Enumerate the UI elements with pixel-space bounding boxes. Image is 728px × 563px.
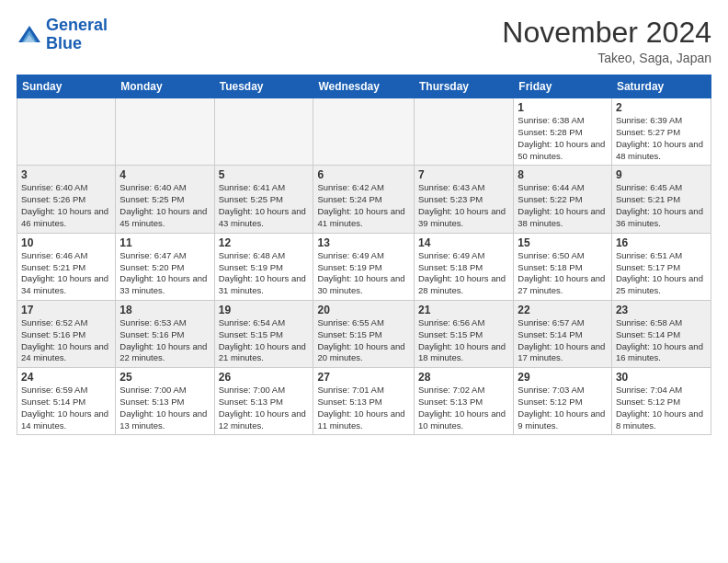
calendar-cell: 9Sunrise: 6:45 AM Sunset: 5:21 PM Daylig…: [611, 166, 711, 233]
logo-line2: Blue: [46, 34, 82, 52]
day-info: Sunrise: 6:40 AM Sunset: 5:25 PM Dayligh…: [119, 182, 210, 229]
day-number: 3: [21, 168, 111, 181]
day-number: 19: [219, 304, 310, 316]
calendar-cell: 26Sunrise: 7:00 AM Sunset: 5:13 PM Dayli…: [214, 368, 313, 435]
calendar-row: 1Sunrise: 6:38 AM Sunset: 5:28 PM Daylig…: [17, 98, 711, 166]
logo-text: General Blue: [46, 17, 108, 53]
location: Takeo, Saga, Japan: [502, 51, 711, 65]
calendar-cell: 12Sunrise: 6:48 AM Sunset: 5:19 PM Dayli…: [214, 233, 313, 300]
calendar-cell: [116, 98, 214, 166]
calendar-cell: [415, 98, 514, 166]
day-info: Sunrise: 7:03 AM Sunset: 5:12 PM Dayligh…: [518, 385, 608, 431]
calendar-cell: 18Sunrise: 6:53 AM Sunset: 5:16 PM Dayli…: [116, 300, 214, 367]
day-info: Sunrise: 6:56 AM Sunset: 5:15 PM Dayligh…: [418, 317, 509, 364]
calendar-cell: 22Sunrise: 6:57 AM Sunset: 5:14 PM Dayli…: [514, 300, 612, 367]
day-header: Monday: [116, 75, 214, 98]
calendar-cell: 25Sunrise: 7:00 AM Sunset: 5:13 PM Dayli…: [116, 368, 214, 435]
page: General Blue November 2024 Takeo, Saga, …: [0, 0, 728, 563]
day-number: 14: [418, 236, 509, 249]
day-info: Sunrise: 6:39 AM Sunset: 5:27 PM Dayligh…: [616, 115, 707, 162]
calendar-cell: 4Sunrise: 6:40 AM Sunset: 5:25 PM Daylig…: [116, 166, 214, 233]
calendar-cell: 29Sunrise: 7:03 AM Sunset: 5:12 PM Dayli…: [514, 368, 612, 435]
calendar-cell: 13Sunrise: 6:49 AM Sunset: 5:19 PM Dayli…: [313, 233, 415, 300]
calendar-cell: 28Sunrise: 7:02 AM Sunset: 5:13 PM Dayli…: [415, 368, 514, 435]
day-number: 16: [616, 236, 707, 249]
calendar: SundayMondayTuesdayWednesdayThursdayFrid…: [17, 75, 711, 435]
day-info: Sunrise: 6:47 AM Sunset: 5:20 PM Dayligh…: [119, 250, 210, 297]
day-number: 2: [616, 101, 707, 114]
calendar-cell: 24Sunrise: 6:59 AM Sunset: 5:14 PM Dayli…: [17, 368, 116, 435]
day-info: Sunrise: 6:40 AM Sunset: 5:26 PM Dayligh…: [21, 182, 111, 229]
day-info: Sunrise: 6:51 AM Sunset: 5:17 PM Dayligh…: [616, 250, 707, 297]
calendar-cell: 17Sunrise: 6:52 AM Sunset: 5:16 PM Dayli…: [17, 300, 116, 367]
day-info: Sunrise: 6:38 AM Sunset: 5:28 PM Dayligh…: [518, 115, 608, 162]
calendar-cell: 1Sunrise: 6:38 AM Sunset: 5:28 PM Daylig…: [514, 98, 612, 166]
day-number: 11: [119, 236, 210, 249]
day-header-row: SundayMondayTuesdayWednesdayThursdayFrid…: [17, 75, 711, 98]
day-info: Sunrise: 6:42 AM Sunset: 5:24 PM Dayligh…: [317, 182, 410, 229]
day-number: 1: [518, 101, 608, 114]
day-header: Saturday: [611, 75, 711, 98]
calendar-cell: [313, 98, 415, 166]
calendar-cell: 14Sunrise: 6:49 AM Sunset: 5:18 PM Dayli…: [415, 233, 514, 300]
day-info: Sunrise: 7:02 AM Sunset: 5:13 PM Dayligh…: [418, 385, 509, 431]
day-info: Sunrise: 6:50 AM Sunset: 5:18 PM Dayligh…: [518, 250, 608, 297]
day-info: Sunrise: 6:44 AM Sunset: 5:22 PM Dayligh…: [518, 182, 608, 229]
calendar-cell: 5Sunrise: 6:41 AM Sunset: 5:25 PM Daylig…: [214, 166, 313, 233]
day-number: 18: [119, 304, 210, 316]
day-number: 12: [219, 236, 310, 249]
day-number: 9: [616, 168, 707, 181]
calendar-row: 24Sunrise: 6:59 AM Sunset: 5:14 PM Dayli…: [17, 368, 711, 435]
day-info: Sunrise: 6:49 AM Sunset: 5:18 PM Dayligh…: [418, 250, 509, 297]
day-header: Wednesday: [313, 75, 415, 98]
day-info: Sunrise: 6:48 AM Sunset: 5:19 PM Dayligh…: [219, 250, 310, 297]
calendar-cell: 2Sunrise: 6:39 AM Sunset: 5:27 PM Daylig…: [611, 98, 711, 166]
day-number: 8: [518, 168, 608, 181]
day-number: 17: [21, 304, 111, 316]
logo: General Blue: [17, 17, 108, 53]
day-info: Sunrise: 6:41 AM Sunset: 5:25 PM Dayligh…: [219, 182, 310, 229]
calendar-cell: 11Sunrise: 6:47 AM Sunset: 5:20 PM Dayli…: [116, 233, 214, 300]
day-info: Sunrise: 6:49 AM Sunset: 5:19 PM Dayligh…: [317, 250, 410, 297]
logo-line1: General: [46, 16, 108, 34]
calendar-row: 10Sunrise: 6:46 AM Sunset: 5:21 PM Dayli…: [17, 233, 711, 300]
day-number: 28: [418, 371, 509, 384]
day-number: 20: [317, 304, 410, 316]
day-info: Sunrise: 6:45 AM Sunset: 5:21 PM Dayligh…: [616, 182, 707, 229]
day-info: Sunrise: 6:52 AM Sunset: 5:16 PM Dayligh…: [21, 317, 111, 364]
day-info: Sunrise: 6:53 AM Sunset: 5:16 PM Dayligh…: [119, 317, 210, 364]
calendar-row: 17Sunrise: 6:52 AM Sunset: 5:16 PM Dayli…: [17, 300, 711, 367]
day-number: 21: [418, 304, 509, 316]
title-block: November 2024 Takeo, Saga, Japan: [502, 17, 711, 65]
day-number: 4: [119, 168, 210, 181]
calendar-cell: 27Sunrise: 7:01 AM Sunset: 5:13 PM Dayli…: [313, 368, 415, 435]
calendar-cell: [214, 98, 313, 166]
day-info: Sunrise: 6:46 AM Sunset: 5:21 PM Dayligh…: [21, 250, 111, 297]
day-info: Sunrise: 6:55 AM Sunset: 5:15 PM Dayligh…: [317, 317, 410, 364]
day-info: Sunrise: 7:00 AM Sunset: 5:13 PM Dayligh…: [119, 385, 210, 431]
day-number: 5: [219, 168, 310, 181]
day-info: Sunrise: 7:01 AM Sunset: 5:13 PM Dayligh…: [317, 385, 410, 431]
calendar-cell: 3Sunrise: 6:40 AM Sunset: 5:26 PM Daylig…: [17, 166, 116, 233]
day-number: 13: [317, 236, 410, 249]
day-number: 23: [616, 304, 707, 316]
calendar-cell: 7Sunrise: 6:43 AM Sunset: 5:23 PM Daylig…: [415, 166, 514, 233]
day-info: Sunrise: 6:54 AM Sunset: 5:15 PM Dayligh…: [219, 317, 310, 364]
day-number: 10: [21, 236, 111, 249]
day-number: 7: [418, 168, 509, 181]
calendar-cell: 19Sunrise: 6:54 AM Sunset: 5:15 PM Dayli…: [214, 300, 313, 367]
calendar-cell: 15Sunrise: 6:50 AM Sunset: 5:18 PM Dayli…: [514, 233, 612, 300]
day-number: 24: [21, 371, 111, 384]
day-header: Sunday: [17, 75, 116, 98]
day-header: Friday: [514, 75, 612, 98]
calendar-cell: [17, 98, 116, 166]
calendar-row: 3Sunrise: 6:40 AM Sunset: 5:26 PM Daylig…: [17, 166, 711, 233]
calendar-cell: 20Sunrise: 6:55 AM Sunset: 5:15 PM Dayli…: [313, 300, 415, 367]
logo-icon: [17, 22, 42, 48]
day-info: Sunrise: 7:00 AM Sunset: 5:13 PM Dayligh…: [219, 385, 310, 431]
calendar-cell: 8Sunrise: 6:44 AM Sunset: 5:22 PM Daylig…: [514, 166, 612, 233]
calendar-cell: 23Sunrise: 6:58 AM Sunset: 5:14 PM Dayli…: [611, 300, 711, 367]
day-header: Tuesday: [214, 75, 313, 98]
day-info: Sunrise: 7:04 AM Sunset: 5:12 PM Dayligh…: [616, 385, 707, 431]
calendar-cell: 10Sunrise: 6:46 AM Sunset: 5:21 PM Dayli…: [17, 233, 116, 300]
